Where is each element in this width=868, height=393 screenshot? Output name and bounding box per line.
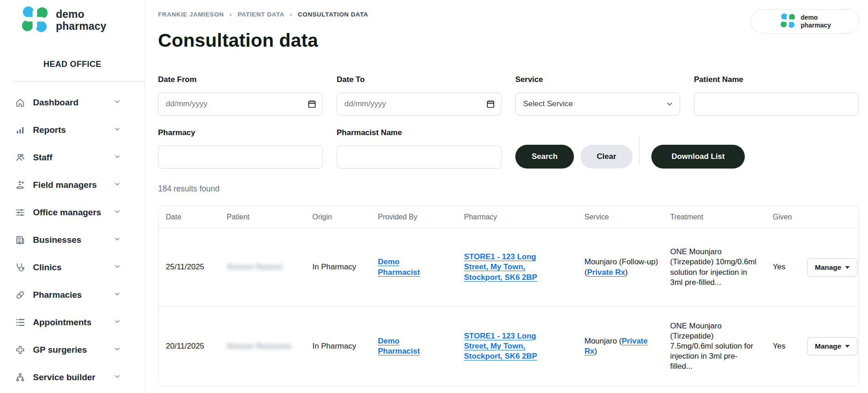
sidebar-nav: Dashboard Reports Staff [0, 89, 145, 391]
sidebar-brand[interactable]: demo pharmacy [0, 0, 145, 36]
date-from-label: Date From [158, 75, 323, 84]
breadcrumb-separator: › [290, 11, 292, 18]
chevron-down-icon [114, 235, 121, 245]
actions-divider [639, 136, 639, 165]
field-date-from: Date From [158, 75, 323, 115]
col-header-treatment: Treatment [670, 213, 773, 221]
sidebar-item-reports[interactable]: Reports [0, 116, 145, 144]
patient-name-label: Patient Name [694, 75, 859, 84]
filter-form: Date From Date To Service Select Servi [158, 75, 859, 169]
breadcrumb-item-patient-data[interactable]: PATIENT DATA [238, 11, 284, 18]
private-rx-link[interactable]: Private Rx [587, 268, 625, 277]
search-button[interactable]: Search [515, 145, 574, 169]
caret-down-icon [845, 266, 850, 269]
cell-date: 20/11/2025 [166, 341, 227, 351]
brand-name-line2: pharmacy [56, 20, 106, 32]
chevron-down-icon [114, 126, 121, 135]
col-header-provided-by: Provided By [378, 213, 464, 221]
manage-button[interactable]: Manage [807, 337, 857, 355]
pharmacy-logo-icon [20, 5, 49, 36]
cell-given: Yes [773, 262, 807, 272]
calendar-icon[interactable] [486, 99, 495, 109]
main-content: FRANKIE JAMIESON › PATIENT DATA › CONSUL… [145, 0, 868, 393]
manage-button[interactable]: Manage [807, 258, 857, 277]
chevron-down-icon [114, 153, 121, 162]
cell-treatment: ONE Mounjaro (Tirzepatide) 10mg/0.6ml so… [670, 247, 773, 287]
pharmacist-name-label: Pharmacist Name [337, 128, 502, 137]
badge-name-line2: pharmacy [801, 22, 831, 29]
sidebar-item-pharmacies[interactable]: Pharmacies [0, 281, 145, 309]
date-to-input[interactable] [337, 93, 502, 115]
col-header-patient: Patient [227, 213, 312, 221]
pharmacy-input[interactable] [158, 146, 323, 169]
cell-origin: In Pharmacy [312, 262, 378, 272]
field-service: Service Select Service [515, 75, 680, 115]
service-select-value: Select Service [523, 99, 573, 109]
clear-button[interactable]: Clear [580, 145, 633, 169]
sidebar-item-label: Pharmacies [33, 290, 114, 300]
chevron-down-icon [114, 345, 121, 355]
field-patient-name: Patient Name [694, 75, 859, 115]
page-title: Consultation data [158, 30, 859, 51]
pharmacy-store-link[interactable]: STORE1 - 123 Long Street, My Town, Stock… [464, 331, 558, 361]
users-icon [15, 152, 26, 163]
field-pharmacy: Pharmacy [158, 128, 323, 169]
sidebar-item-label: GP surgeries [33, 345, 114, 355]
breadcrumb-item-user[interactable]: FRANKIE JAMIESON [158, 11, 224, 18]
pharmacist-link[interactable]: Demo Pharmacist [378, 336, 429, 356]
brand-badge[interactable]: demo pharmacy [751, 9, 860, 33]
patient-name-input[interactable] [694, 93, 859, 115]
col-header-date: Date [166, 213, 227, 221]
chevron-down-icon [114, 290, 121, 300]
table-row: 25/11/2025 Xxxxxx Xxxxxx In Pharmacy Dem… [158, 228, 858, 307]
sidebar-item-clinics[interactable]: Clinics [0, 254, 145, 281]
chevron-down-icon [666, 100, 674, 108]
cell-pharmacy: STORE1 - 123 Long Street, My Town, Stock… [464, 252, 584, 282]
cell-provided-by: Demo Pharmacist [378, 336, 464, 356]
sidebar-item-label: Businesses [33, 235, 114, 245]
sidebar-item-staff[interactable]: Staff [0, 144, 145, 171]
sidebar-item-businesses[interactable]: Businesses [0, 226, 145, 254]
cell-service: Mounjaro (Follow-up) (Private Rx) [584, 257, 670, 277]
pharmacist-name-input[interactable] [337, 146, 502, 169]
cell-given: Yes [773, 341, 807, 351]
home-icon [15, 97, 26, 108]
sidebar-item-appointments[interactable]: Appointments [0, 309, 145, 336]
manage-button-label: Manage [815, 342, 841, 350]
stethoscope-icon [15, 262, 26, 273]
sidebar-item-office-managers[interactable]: Office managers [0, 199, 145, 226]
cell-pharmacy: STORE1 - 123 Long Street, My Town, Stock… [464, 331, 584, 361]
sidebar-item-service-builder[interactable]: Service builder [0, 364, 145, 391]
sidebar-divider [12, 81, 145, 82]
service-text-close: ) [595, 347, 597, 355]
cell-actions: Manage [807, 337, 859, 355]
cell-actions: Manage [807, 258, 859, 277]
badge-name-line1: demo [801, 14, 831, 21]
service-select[interactable]: Select Service [515, 93, 680, 115]
cell-date: 25/11/2025 [166, 262, 227, 272]
sidebar-item-label: Field managers [33, 180, 114, 190]
pharmacy-logo-icon [780, 12, 796, 31]
sidebar-item-dashboard[interactable]: Dashboard [0, 89, 145, 116]
office-label: HEAD OFFICE [0, 60, 145, 69]
building-icon [15, 235, 26, 246]
pharmacist-link[interactable]: Demo Pharmacist [378, 257, 429, 277]
sidebar-item-label: Staff [33, 153, 114, 163]
cell-treatment: ONE Mounjaro (Tirzepatide) 7.5mg/0.6ml s… [670, 321, 773, 371]
pharmacy-store-link[interactable]: STORE1 - 123 Long Street, My Town, Stock… [464, 252, 558, 282]
col-header-given: Given [773, 213, 807, 221]
sidebar-item-gp-surgeries[interactable]: GP surgeries [0, 336, 145, 364]
sliders-icon [15, 207, 26, 218]
sidebar-item-label: Reports [33, 125, 114, 135]
chevron-down-icon [114, 373, 121, 382]
chevron-down-icon [114, 263, 121, 272]
sidebar-item-field-managers[interactable]: Field managers [0, 171, 145, 199]
cell-patient-redacted: Xxxxxx Xxxxxx [227, 262, 312, 272]
service-text: Mounjaro ( [584, 337, 622, 345]
hand-person-icon [15, 180, 26, 191]
calendar-icon[interactable] [307, 99, 317, 109]
date-to-label: Date To [337, 75, 502, 84]
cell-service: Mounjaro (Private Rx) [584, 336, 670, 356]
date-from-input[interactable] [158, 93, 323, 115]
download-list-button[interactable]: Download List [651, 145, 745, 169]
